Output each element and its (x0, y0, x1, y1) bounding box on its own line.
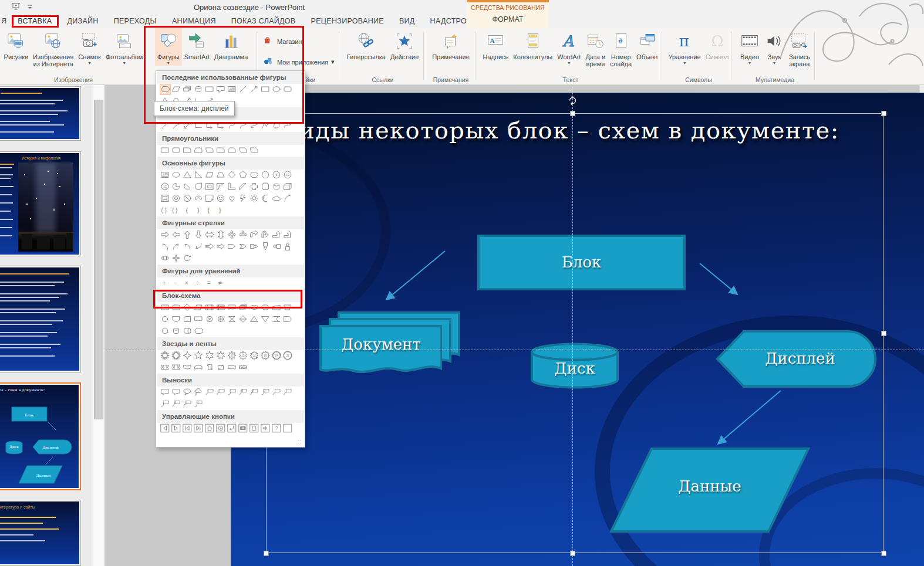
shape-cell-bevel[interactable] (160, 194, 170, 204)
shape-cell-ab-info[interactable] (216, 423, 226, 433)
flowchart-multidocument-shape[interactable] (319, 311, 461, 382)
shape-cell-lc1[interactable] (205, 387, 215, 397)
shape-cell-can[interactable] (194, 84, 204, 94)
shape-cell-ellipse[interactable] (272, 84, 282, 94)
shape-cell-preparation[interactable] (261, 303, 271, 313)
shape-cell-star5[interactable] (194, 351, 204, 361)
shape-cell-frame[interactable] (205, 182, 215, 192)
shape-cell-ar-co-quad[interactable] (171, 253, 181, 263)
audio-button[interactable]: Звук▾ (762, 28, 787, 66)
slide-title[interactable]: Виды некоторых блок – схем в документе: (281, 117, 839, 144)
thumbnail-scrollbar-thumb[interactable] (94, 100, 103, 419)
shape-cell-star16[interactable]: 16 (261, 351, 271, 361)
shape-cell-eq-plus[interactable]: + (160, 278, 170, 288)
shape-cell-teardrop[interactable] (194, 182, 204, 192)
shape-cell-seq[interactable] (160, 326, 170, 336)
shape-cell-lbrace[interactable]: { (205, 205, 215, 215)
shape-cell-multidoc[interactable] (183, 84, 193, 94)
shape-cell-trapezoid[interactable] (216, 170, 226, 180)
shape-cell-ar-bentup2[interactable] (283, 230, 293, 240)
date-time-button[interactable]: Дата ивремя (583, 28, 608, 67)
shape-cell-lc3a[interactable] (194, 399, 204, 409)
shape-cell-ar-co-u[interactable] (283, 242, 293, 252)
shape-cell-cross[interactable] (249, 182, 259, 192)
shape-cell-lc2b[interactable] (249, 387, 259, 397)
shape-cell-elbow[interactable] (194, 121, 204, 131)
selection-handle[interactable] (570, 111, 575, 116)
shape-cell-ar-co-l[interactable] (272, 242, 282, 252)
comment-button[interactable]: Примечание (430, 28, 472, 60)
shape-cell-ribbon-curve-down[interactable] (183, 362, 193, 372)
shape-cell-diamond[interactable] (183, 303, 193, 313)
tab-format[interactable]: ФОРМАТ (467, 15, 549, 23)
wordart-button[interactable]: AWordArt▾ (555, 28, 583, 66)
tab-переходы[interactable]: ПЕРЕХОДЫ (106, 15, 164, 28)
shape-cell-ab-fwd[interactable] (171, 423, 181, 433)
slide-number-button[interactable]: #Номерслайда (608, 28, 634, 67)
shape-cell-halfframe[interactable] (216, 182, 226, 192)
shape-cell-ab-return[interactable] (227, 423, 237, 433)
shape-cell-ar-pent[interactable] (227, 242, 237, 252)
shape-cell-nosymbol[interactable] (183, 194, 193, 204)
shape-cell-sort[interactable] (238, 314, 248, 324)
shape-cell-eq-div[interactable]: ÷ (194, 278, 204, 288)
shape-cell-fc-display[interactable] (160, 84, 170, 94)
hyperlink-button[interactable]: Гиперссылка (345, 28, 388, 60)
object-button[interactable]: Объект (634, 28, 660, 60)
shape-cell-co-rect[interactable] (216, 84, 226, 94)
shape-cell-round2same[interactable] (194, 145, 204, 155)
shape-cell-ar-striped[interactable] (205, 242, 215, 252)
shape-cell-curve-arrow[interactable] (238, 121, 248, 131)
shape-cell-line[interactable] (160, 121, 170, 131)
slide-thumbnail[interactable] (0, 86, 81, 141)
shape-cell-explosion2[interactable] (171, 351, 181, 361)
shape-cell-scribble[interactable] (283, 121, 293, 131)
shape-cell-offpage[interactable] (171, 314, 181, 324)
shape-cell-cloud[interactable] (272, 194, 282, 204)
shape-cell-collate[interactable] (227, 314, 237, 324)
shape-cell-co-round[interactable] (171, 387, 181, 397)
shape-cell-eq-neq[interactable]: ≠ (216, 278, 226, 288)
flowchart-process-shape[interactable] (477, 235, 686, 290)
shape-cell-summing[interactable] (205, 314, 215, 324)
shape-cell-manual-op[interactable] (283, 303, 293, 313)
shape-cell-wave[interactable] (227, 362, 237, 372)
shape-cell-roundrect[interactable] (171, 145, 181, 155)
shape-cell-lc3[interactable] (227, 387, 237, 397)
shape-cell-ar-ud[interactable] (216, 230, 226, 240)
flowchart-disk-shape[interactable] (530, 342, 619, 390)
selection-handle[interactable] (881, 111, 886, 116)
symbol-button[interactable]: ΩСимвол (703, 28, 731, 60)
shape-cell-ab-home[interactable] (205, 423, 215, 433)
flowchart-data-shape[interactable] (609, 447, 810, 533)
shape-cell-rect[interactable] (261, 84, 271, 94)
shape-cell-ar-chevron[interactable] (238, 242, 248, 252)
screenshot-button[interactable]: Снимок▾ (76, 28, 103, 66)
store-button[interactable]: Магазин (263, 35, 302, 48)
shape-cell-dodecagon[interactable]: 12 (160, 182, 170, 192)
shape-cell-ab-movie[interactable] (238, 423, 248, 433)
shape-cell-parallelogram[interactable] (171, 84, 181, 94)
shape-cell-ar-u[interactable] (183, 230, 193, 240)
shape-cell-donut[interactable] (171, 194, 181, 204)
shape-cell-arrow[interactable] (249, 84, 259, 94)
shape-cell-ar-bent[interactable] (249, 230, 259, 240)
shape-cell-can[interactable] (272, 182, 282, 192)
shape-cell-round1[interactable] (183, 145, 193, 155)
shape-cell-octagon[interactable]: 8 (272, 170, 282, 180)
slide-thumbnail[interactable] (0, 266, 81, 372)
shape-cell-co-rect[interactable] (160, 387, 170, 397)
tab-дизайн[interactable]: ДИЗАЙН (59, 15, 106, 28)
shape-cell-explosion1[interactable] (160, 351, 170, 361)
shape-cell-multidoc[interactable] (238, 303, 248, 313)
shape-cell-ar-curve-u[interactable] (183, 242, 193, 252)
shape-cell-tape[interactable] (194, 314, 204, 324)
shape-cell-lc2a[interactable] (183, 399, 193, 409)
shape-cell-diamond[interactable] (227, 170, 237, 180)
shape-cell-document[interactable] (227, 303, 237, 313)
slide-thumbnail[interactable]: литература и сайты (0, 500, 81, 566)
shape-cell-manual-input[interactable] (272, 303, 282, 313)
shape-cell-ar-r[interactable] (160, 230, 170, 240)
shape-cell-closed-free[interactable] (272, 121, 282, 131)
shape-cell-parens[interactable]: ( ) (160, 205, 170, 215)
